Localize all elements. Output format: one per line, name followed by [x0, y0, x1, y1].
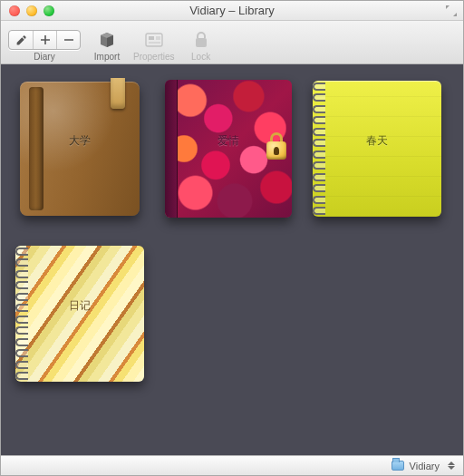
remove-diary-button[interactable] — [56, 31, 80, 49]
diary-cover-leather — [20, 82, 140, 216]
fullscreen-icon[interactable] — [445, 5, 458, 17]
spiral-binding-icon — [15, 248, 28, 380]
diary-item[interactable]: 春天 — [311, 77, 443, 220]
zoom-window-button[interactable] — [44, 5, 54, 16]
import-icon — [93, 30, 121, 50]
window-title: Vidiary – Library — [1, 4, 463, 17]
diary-item[interactable]: 日记 — [14, 242, 146, 385]
import-group[interactable]: Import — [93, 30, 121, 62]
diary-group: Diary — [8, 30, 81, 62]
folder-icon — [392, 461, 404, 471]
diary-cover-hearts — [165, 80, 292, 218]
edit-diary-button[interactable] — [9, 31, 33, 49]
svg-rect-2 — [196, 38, 207, 47]
lock-group: Lock — [188, 30, 215, 62]
lock-label: Lock — [191, 52, 210, 62]
diary-segmented-control — [8, 30, 81, 50]
status-bar: Vidiary — [1, 455, 463, 475]
add-diary-button[interactable] — [33, 31, 56, 49]
properties-group: Properties — [133, 30, 175, 62]
close-window-button[interactable] — [9, 5, 20, 16]
path-label[interactable]: Vidiary — [410, 461, 440, 471]
heart-lock-icon — [266, 132, 288, 160]
app-window: Vidiary – Library Diary — [0, 0, 464, 476]
svg-rect-1 — [149, 36, 154, 40]
spiral-binding-icon — [313, 83, 325, 215]
diary-cover-yellow — [313, 81, 441, 217]
lock-icon — [188, 30, 215, 50]
diary-grid: 大学 爱情 春天 — [1, 64, 463, 403]
diary-item[interactable]: 大学 — [14, 77, 146, 220]
diary-cover-stripe — [15, 246, 144, 382]
toolbar: Diary Import Properties Lock — [1, 21, 463, 64]
diary-item[interactable]: 爱情 — [162, 77, 295, 220]
diary-group-label: Diary — [34, 52, 54, 62]
properties-label: Properties — [133, 52, 175, 62]
path-popup-button[interactable] — [445, 460, 458, 472]
titlebar: Vidiary – Library — [1, 1, 463, 21]
properties-icon — [140, 30, 168, 50]
minimize-window-button[interactable] — [26, 5, 37, 16]
library-content[interactable]: 大学 爱情 春天 — [1, 64, 463, 455]
import-label: Import — [94, 52, 120, 62]
window-controls — [1, 5, 54, 16]
